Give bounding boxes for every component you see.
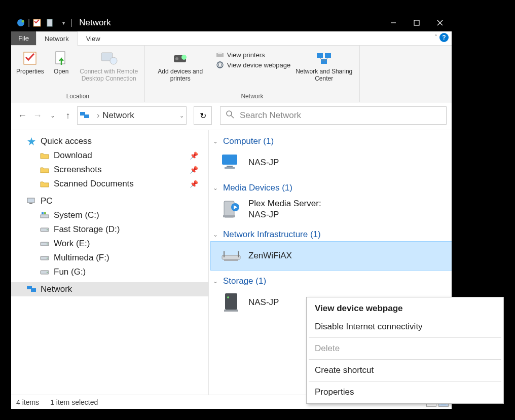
svg-rect-15 [216, 53, 224, 57]
ctx-delete: Delete [307, 339, 503, 358]
network-item[interactable]: Plex Media Server:NAS-JP [211, 195, 452, 223]
drive-icon [40, 239, 50, 249]
qat-properties-icon[interactable] [32, 18, 42, 28]
svg-point-37 [47, 244, 48, 245]
chevron-down-icon: ⌄ [213, 184, 220, 192]
svg-rect-9 [56, 52, 65, 64]
storage-icon [220, 291, 242, 314]
nav-qa-item[interactable]: Scanned Documents📌 [11, 177, 208, 191]
svg-rect-21 [321, 59, 327, 64]
ribbon-group-network: Add devices and printers View printers V… [145, 46, 360, 102]
search-box[interactable]: Search Network [220, 106, 447, 125]
svg-point-18 [218, 62, 221, 68]
window-title: Network [79, 18, 111, 28]
svg-rect-16 [218, 52, 222, 54]
up-button[interactable]: ↑ [62, 108, 74, 123]
svg-point-13 [175, 57, 178, 60]
svg-marker-28 [27, 137, 35, 145]
minimize-button[interactable] [382, 14, 405, 31]
svg-point-35 [47, 230, 48, 231]
svg-rect-20 [325, 53, 331, 58]
sharing-center-button[interactable]: Network and Sharing Center [290, 48, 357, 84]
folder-icon [40, 165, 50, 175]
group-label-network: Network [147, 92, 358, 101]
nav-drive-item[interactable]: Fast Storage (D:) [11, 222, 208, 237]
svg-line-27 [231, 116, 234, 118]
tab-network[interactable]: Network [36, 31, 78, 46]
svg-rect-31 [41, 215, 49, 218]
svg-rect-30 [29, 203, 32, 204]
pin-icon: 📌 [190, 166, 198, 174]
nav-pc[interactable]: PC [11, 194, 208, 208]
address-bar[interactable]: › Network ⌄ [77, 106, 187, 125]
chevron-down-icon: ⌄ [213, 278, 220, 285]
svg-rect-2 [33, 19, 41, 26]
svg-point-56 [227, 296, 229, 298]
network-item[interactable]: NAS-JP [211, 148, 452, 177]
refresh-button[interactable]: ↻ [194, 106, 212, 125]
back-button[interactable]: ← [16, 108, 28, 123]
svg-rect-50 [222, 255, 240, 259]
titlebar: | ▾ | Network [11, 14, 452, 31]
ctx-disable-internet-connectivity[interactable]: Disable Internet connectivity [307, 318, 503, 336]
nav-quick-access[interactable]: Quick access [11, 134, 208, 148]
svg-rect-55 [224, 310, 238, 312]
category-header[interactable]: ⌄Media Devices (1) [211, 181, 452, 195]
folder-icon [40, 179, 50, 189]
qat-doc-icon[interactable] [45, 18, 55, 28]
ctx-view-device-webpage[interactable]: View device webpage [307, 299, 503, 318]
nav-drive-item[interactable]: Fun (G:) [11, 265, 208, 279]
nav-drive-item[interactable]: System (C:) [11, 208, 208, 222]
separator: | [28, 18, 30, 27]
add-devices-button[interactable]: Add devices and printers [147, 48, 214, 84]
svg-point-14 [181, 55, 187, 60]
menu-separator [309, 381, 501, 381]
drive-icon [40, 224, 50, 235]
recent-locations-button[interactable]: ⌄ [47, 108, 59, 123]
ctx-create-shortcut[interactable]: Create shortcut [307, 361, 503, 379]
properties-button[interactable]: Properties [13, 48, 47, 76]
address-location: Network [102, 110, 176, 121]
menu-separator [309, 359, 501, 360]
category-header[interactable]: ⌄Computer (1) [211, 134, 452, 148]
svg-rect-32 [42, 212, 44, 214]
folder-icon [40, 150, 50, 161]
close-button[interactable] [428, 14, 452, 31]
chevron-down-icon[interactable]: ⌄ [179, 112, 184, 119]
ctx-properties[interactable]: Properties [307, 383, 503, 401]
network-item[interactable]: ZenWiFiAX [211, 242, 452, 270]
chevron-down-icon: ⌄ [213, 231, 220, 238]
app-icon [16, 18, 26, 28]
nav-qa-item[interactable]: Download📌 [11, 148, 208, 163]
svg-rect-43 [31, 288, 36, 292]
collapse-ribbon-icon[interactable]: ˄ [434, 34, 437, 41]
network-icon [26, 284, 36, 294]
help-icon[interactable]: ? [439, 33, 449, 42]
drive-icon [40, 210, 50, 220]
svg-point-17 [217, 62, 223, 68]
nav-drive-item[interactable]: Work (E:) [11, 237, 208, 251]
status-count: 4 items [16, 398, 39, 406]
chevron-down-icon: ⌄ [213, 138, 220, 145]
nav-drive-item[interactable]: Multimeda (F:) [11, 251, 208, 265]
search-placeholder: Search Network [240, 110, 301, 121]
svg-rect-19 [317, 53, 323, 58]
open-button[interactable]: Open [47, 48, 76, 76]
svg-rect-45 [227, 166, 233, 167]
svg-rect-33 [44, 212, 46, 214]
nav-network[interactable]: Network [11, 282, 208, 296]
nav-qa-item[interactable]: Screenshots📌 [11, 163, 208, 177]
tab-file[interactable]: File [11, 31, 36, 45]
forward-button[interactable]: → [31, 108, 44, 123]
maximize-button[interactable] [405, 14, 428, 31]
category-header[interactable]: ⌄Network Infrastructure (1) [211, 227, 452, 242]
view-printers-button[interactable]: View printers [216, 51, 291, 59]
svg-rect-54 [225, 293, 237, 310]
pin-icon: 📌 [190, 180, 198, 188]
ribbon-tabs: File Network View ˄ ? [11, 31, 452, 46]
tab-view[interactable]: View [78, 31, 109, 45]
view-device-webpage-button[interactable]: View device webpage [216, 61, 291, 69]
svg-rect-25 [84, 114, 89, 118]
qat-dropdown-icon[interactable]: ▾ [58, 18, 68, 28]
category-header[interactable]: ⌄Storage (1) [211, 274, 452, 288]
